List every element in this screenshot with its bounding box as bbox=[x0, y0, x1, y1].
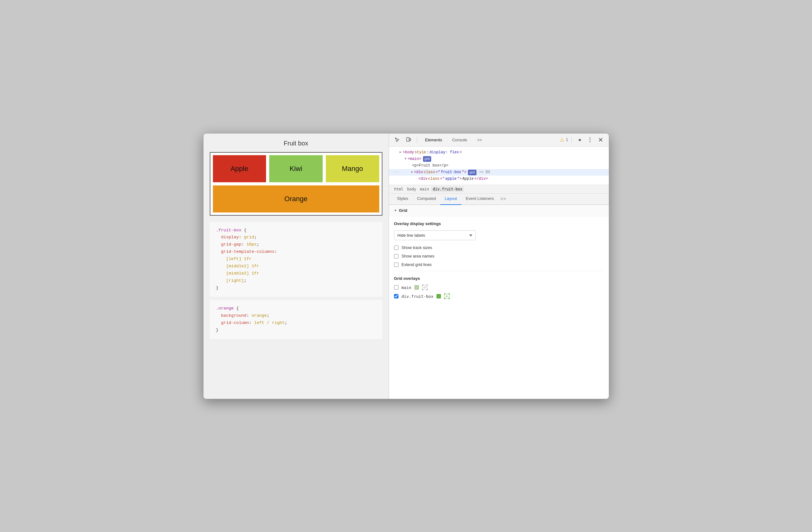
svg-rect-0 bbox=[407, 138, 409, 141]
code-prop-columns: grid-template-columns bbox=[221, 249, 275, 254]
fruit-cell-apple: Apple bbox=[213, 155, 266, 182]
code-block-2: .orange { background: orange; grid-colum… bbox=[210, 300, 382, 339]
warning-icon: ⚠ bbox=[560, 137, 564, 143]
checkbox-track-sizes[interactable] bbox=[394, 246, 398, 250]
grid-triangle-icon: ▼ bbox=[394, 209, 397, 212]
toolbar-sep-2 bbox=[571, 137, 572, 143]
subtab-layout[interactable]: Layout bbox=[440, 194, 461, 205]
breadcrumb-bar: html body main div.fruit-box bbox=[389, 185, 609, 194]
subtab-computed[interactable]: Computed bbox=[412, 194, 440, 205]
html-tree-row-3[interactable]: <p>Fruit box</p> bbox=[389, 163, 609, 169]
label-overlay-fruitbox[interactable]: div.fruit-box bbox=[402, 294, 434, 299]
checkbox-row-area: Show area names bbox=[394, 254, 604, 258]
subtab-event-listeners[interactable]: Event Listeners bbox=[461, 194, 498, 205]
fruit-cell-mango: Mango bbox=[326, 155, 379, 182]
grid-section-title: Grid bbox=[399, 208, 407, 213]
breadcrumb-main[interactable]: main bbox=[418, 186, 431, 192]
subtabs-bar: Styles Computed Layout Event Listeners >… bbox=[389, 194, 609, 205]
devtools-right-controls: ⚠ 1 bbox=[560, 135, 605, 144]
fruit-cell-orange: Orange bbox=[213, 185, 379, 212]
label-area-names[interactable]: Show area names bbox=[402, 254, 435, 258]
tab-elements[interactable]: Elements bbox=[421, 136, 447, 143]
line-labels-select[interactable]: Hide line labels Show line numbers Show … bbox=[394, 230, 476, 240]
color-swatch-main bbox=[415, 285, 419, 290]
label-overlay-main[interactable]: main bbox=[402, 285, 411, 290]
toolbar-sep-1 bbox=[417, 137, 417, 143]
code-prop-bg: background bbox=[221, 313, 247, 318]
html-tree-row-highlighted[interactable]: ··· ▼ <div class =" fruit-box "> grid ==… bbox=[389, 169, 609, 176]
grid-icon-main[interactable] bbox=[422, 284, 428, 290]
code-prop-display: display bbox=[221, 235, 239, 240]
subtab-styles[interactable]: Styles bbox=[393, 194, 412, 205]
label-track-sizes[interactable]: Show track sizes bbox=[402, 245, 432, 250]
devtools-toolbar: Elements Console >> ⚠ 1 bbox=[389, 134, 609, 147]
code-prop-gap: grid-gap bbox=[221, 242, 242, 247]
cursor-icon-btn[interactable] bbox=[393, 135, 402, 144]
page-panel: Fruit box Apple Kiwi Mango Orange .fruit… bbox=[203, 134, 389, 399]
warning-count: 1 bbox=[566, 138, 568, 142]
fruit-grid: Apple Kiwi Mango Orange bbox=[213, 155, 379, 212]
checkbox-overlay-main[interactable] bbox=[394, 285, 398, 290]
device-icon-btn[interactable] bbox=[404, 135, 413, 144]
kebab-menu-btn[interactable] bbox=[585, 135, 594, 144]
overlay-item-main: main bbox=[394, 284, 604, 290]
breadcrumb-fruitbox[interactable]: div.fruit-box bbox=[431, 186, 464, 192]
page-title: Fruit box bbox=[210, 140, 382, 147]
checkbox-overlay-fruitbox[interactable] bbox=[394, 294, 398, 298]
divider bbox=[394, 271, 604, 271]
html-tree-row-1[interactable]: ▶ <body style : display: flex > bbox=[389, 149, 609, 156]
checkbox-area-names[interactable] bbox=[394, 254, 398, 258]
svg-point-3 bbox=[589, 139, 590, 140]
grid-badge-fruitbox[interactable]: grid bbox=[468, 170, 476, 175]
code-block-1: .fruit-box { display: grid; grid-gap: 10… bbox=[210, 222, 382, 297]
html-tree-row-5[interactable]: <div class =" apple "> Apple </div> bbox=[389, 176, 609, 182]
devtools-main-tabs: Elements Console >> bbox=[421, 136, 557, 143]
label-extend-lines[interactable]: Extend grid lines bbox=[402, 262, 432, 267]
code-prop-grid-col: grid-column bbox=[221, 320, 249, 325]
grid-overlays-title: Grid overlays bbox=[394, 276, 604, 281]
checkbox-row-extend: Extend grid lines bbox=[394, 262, 604, 267]
tab-more[interactable]: >> bbox=[473, 136, 486, 143]
overlay-item-fruitbox: div.fruit-box bbox=[394, 293, 604, 299]
layout-panel: ▼ Grid Overlay display settings Hide lin… bbox=[389, 205, 609, 398]
breadcrumb-html[interactable]: html bbox=[393, 186, 405, 192]
grid-icon-fruitbox[interactable] bbox=[444, 293, 450, 299]
svg-rect-1 bbox=[409, 139, 411, 141]
svg-point-2 bbox=[589, 138, 590, 139]
close-devtools-btn[interactable] bbox=[596, 135, 605, 144]
fruit-box-container: Apple Kiwi Mango Orange bbox=[210, 152, 382, 215]
breadcrumb-body[interactable]: body bbox=[405, 186, 418, 192]
grid-badge-main: grid bbox=[423, 156, 432, 162]
code-selector-1: .fruit-box bbox=[216, 228, 242, 233]
browser-window: Fruit box Apple Kiwi Mango Orange .fruit… bbox=[203, 133, 609, 399]
code-selector-2: .orange bbox=[216, 306, 234, 311]
html-tree: ▶ <body style : display: flex > ▼ <main>… bbox=[389, 147, 609, 185]
dropdown-row: Hide line labels Show line numbers Show … bbox=[394, 230, 604, 240]
html-tree-row-2[interactable]: ▼ <main> grid bbox=[389, 156, 609, 163]
settings-icon-btn[interactable] bbox=[575, 135, 584, 144]
checkbox-extend-lines[interactable] bbox=[394, 263, 398, 267]
tab-console[interactable]: Console bbox=[448, 136, 472, 143]
fruit-cell-kiwi: Kiwi bbox=[269, 155, 323, 182]
color-swatch-fruitbox bbox=[436, 294, 441, 298]
devtools-panel: Elements Console >> ⚠ 1 bbox=[389, 134, 609, 399]
grid-section-header[interactable]: ▼ Grid bbox=[389, 205, 609, 216]
checkbox-row-track: Show track sizes bbox=[394, 245, 604, 250]
overlay-settings-title: Overlay display settings bbox=[394, 221, 604, 226]
svg-point-4 bbox=[589, 141, 590, 142]
grid-section-body: Overlay display settings Hide line label… bbox=[389, 216, 609, 307]
subtab-more[interactable]: >> bbox=[498, 194, 508, 204]
